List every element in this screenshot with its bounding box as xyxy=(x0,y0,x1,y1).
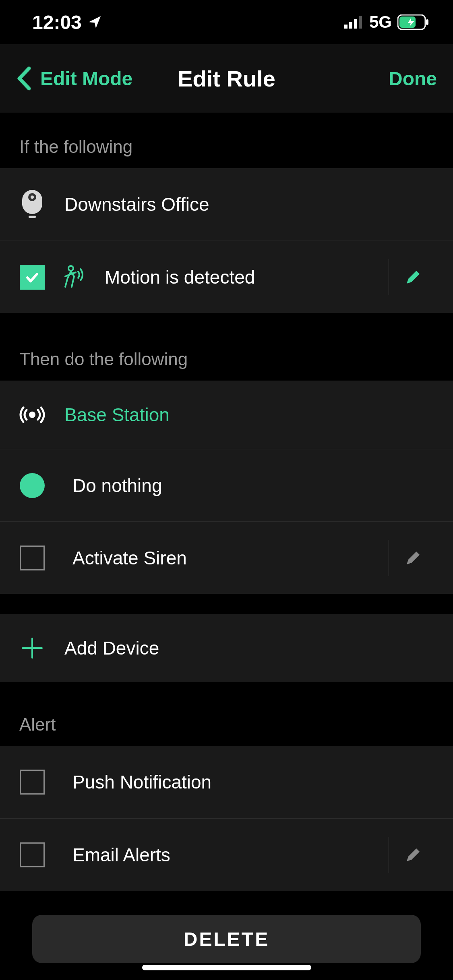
base-station-icon xyxy=(16,405,48,424)
activate-siren-checkbox[interactable] xyxy=(20,546,45,570)
trigger-device-label: Downstairs Office xyxy=(64,194,437,215)
page-title: Edit Rule xyxy=(178,66,275,92)
then-section-header: Then do the following xyxy=(0,313,453,381)
motion-checkbox[interactable] xyxy=(20,265,45,290)
plus-icon xyxy=(16,636,48,660)
battery-charging-icon xyxy=(397,14,429,30)
nav-bar: Edit Mode Edit Rule Done xyxy=(0,44,453,113)
email-checkbox[interactable] xyxy=(20,842,45,867)
svg-point-9 xyxy=(31,196,34,199)
chevron-left-icon xyxy=(16,66,32,91)
email-alerts-row[interactable]: Email Alerts xyxy=(0,818,453,891)
do-nothing-radio[interactable] xyxy=(20,473,45,498)
status-time: 12:03 xyxy=(32,11,82,33)
cellular-signal-icon xyxy=(344,16,364,29)
add-device-label: Add Device xyxy=(64,637,437,659)
svg-point-12 xyxy=(29,412,35,418)
push-notification-row[interactable]: Push Notification xyxy=(0,746,453,818)
status-bar: 12:03 5G xyxy=(0,0,453,44)
email-label: Email Alerts xyxy=(72,844,389,866)
svg-rect-2 xyxy=(354,19,357,29)
trigger-device-row[interactable]: Downstairs Office xyxy=(0,168,453,241)
push-checkbox[interactable] xyxy=(20,770,45,795)
back-label: Edit Mode xyxy=(40,68,132,90)
location-icon xyxy=(87,15,102,29)
action-device-label: Base Station xyxy=(64,404,437,426)
svg-point-11 xyxy=(68,266,73,271)
delete-button[interactable]: DELETE xyxy=(32,915,421,963)
svg-rect-3 xyxy=(359,16,362,29)
svg-rect-10 xyxy=(29,216,36,218)
motion-icon xyxy=(56,264,89,290)
edit-siren-button[interactable] xyxy=(389,540,437,576)
do-nothing-row[interactable]: Do nothing xyxy=(0,449,453,521)
home-indicator[interactable] xyxy=(142,965,311,970)
activate-siren-label: Activate Siren xyxy=(72,547,389,569)
trigger-condition-row[interactable]: Motion is detected xyxy=(0,241,453,313)
network-label: 5G xyxy=(369,12,392,32)
if-section-header: If the following xyxy=(0,113,453,168)
svg-rect-0 xyxy=(344,25,348,29)
camera-device-icon xyxy=(16,189,48,220)
add-device-row[interactable]: Add Device xyxy=(0,614,453,682)
do-nothing-label: Do nothing xyxy=(72,475,437,496)
action-device-row[interactable]: Base Station xyxy=(0,381,453,449)
alert-section-header: Alert xyxy=(0,682,453,746)
svg-rect-5 xyxy=(426,19,428,25)
edit-email-button[interactable] xyxy=(389,837,437,873)
push-label: Push Notification xyxy=(72,771,437,793)
back-button[interactable]: Edit Mode xyxy=(16,66,132,91)
done-button[interactable]: Done xyxy=(389,68,437,90)
activate-siren-row[interactable]: Activate Siren xyxy=(0,521,453,594)
trigger-condition-label: Motion is detected xyxy=(105,266,389,288)
svg-rect-1 xyxy=(349,22,352,29)
edit-trigger-button[interactable] xyxy=(389,259,437,295)
